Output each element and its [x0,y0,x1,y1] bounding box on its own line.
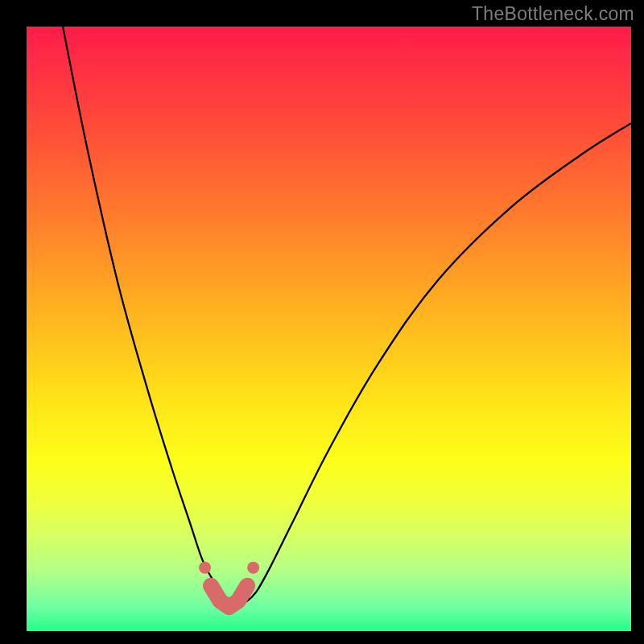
trough-dot-left [199,562,211,574]
plot-area [27,27,631,631]
bottleneck-curve [63,27,631,604]
curve-svg [27,27,631,631]
chart-frame: TheBottleneck.com [0,0,644,644]
watermark-text: TheBottleneck.com [472,3,634,25]
trough-segment [211,586,247,607]
highlight-markers [199,562,259,607]
trough-dot-right [247,562,259,574]
